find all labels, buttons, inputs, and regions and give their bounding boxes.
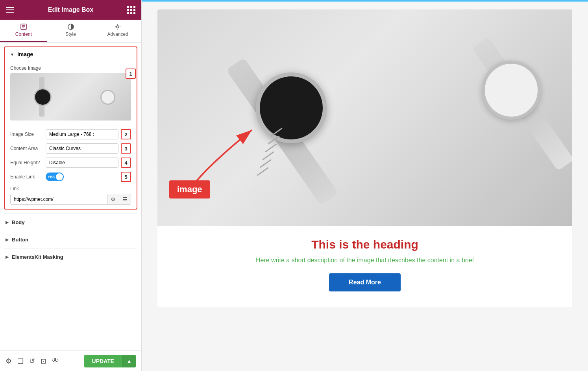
content-area-control: Classic Curves (46, 143, 118, 154)
content-tab-icon (20, 24, 27, 30)
enable-link-label: Enable Link (10, 174, 46, 180)
card-heading: This is the heading (173, 238, 557, 251)
image-size-row: Image Size Medium Large - 768 : 2 (10, 129, 131, 139)
badge-4: 4 (121, 158, 131, 168)
lg-watch-face-2 (482, 61, 541, 120)
svg-point-5 (116, 26, 119, 28)
button-section: ▶ Button (4, 231, 137, 248)
tab-style-label: Style (65, 32, 76, 37)
link-field-row: Link ⚙ ☰ (10, 186, 131, 205)
style-tab-icon (68, 24, 74, 30)
panel-content: ▼ Image Choose Image 1 (0, 43, 141, 351)
layers-icon[interactable]: ❑ (17, 357, 24, 365)
image-size-control: Medium Large - 768 : (46, 129, 118, 139)
content-area-label: Content Area (10, 146, 46, 151)
equal-height-label: Equal Height? (10, 160, 46, 165)
toggle-yes-label: YES (48, 175, 55, 179)
left-panel: Edit Image Box Content Style (0, 0, 142, 371)
tab-content-label: Content (15, 32, 32, 37)
bottom-bar: ⚙ ❑ ↺ ⊡ 👁 UPDATE ▲ (0, 351, 141, 371)
masking-arrow-icon: ▶ (6, 255, 9, 259)
content-area-row: Content Area Classic Curves 3 (10, 143, 131, 154)
card-text-area: This is the heading Here write a short d… (157, 226, 572, 307)
image-section: ▼ Image Choose Image 1 (4, 46, 137, 210)
image-section-title: Image (17, 51, 33, 58)
update-button[interactable]: UPDATE (84, 355, 122, 367)
equal-height-control: Disable (46, 158, 118, 168)
link-settings-icon[interactable]: ⚙ (107, 194, 119, 204)
settings-icon[interactable]: ⚙ (6, 357, 12, 365)
enable-link-toggle[interactable]: YES (46, 173, 64, 181)
tab-content[interactable]: Content (0, 20, 47, 42)
toggle-wrap: YES (46, 173, 118, 181)
content-area-select[interactable]: Classic Curves (46, 143, 118, 154)
image-size-label: Image Size (10, 132, 46, 137)
grid-icon[interactable] (127, 6, 135, 14)
tab-advanced-label: Advanced (107, 32, 128, 37)
badge-5: 5 (121, 172, 131, 182)
equal-height-select[interactable]: Disable (46, 158, 118, 168)
masking-section: ▶ ElementsKit Masking (4, 248, 137, 265)
image-preview[interactable] (10, 73, 131, 121)
badge-3: 3 (121, 143, 131, 154)
history-icon[interactable]: ↺ (29, 357, 35, 365)
badge-2: 2 (121, 129, 131, 139)
button-section-header[interactable]: ▶ Button (4, 231, 137, 248)
main-area: image This is the heading Here write a s… (142, 0, 588, 371)
panel-header: Edit Image Box (0, 0, 141, 20)
link-input-wrap: ⚙ ☰ (10, 194, 131, 205)
image-section-arrow: ▼ (10, 52, 14, 57)
tabs-row: Content Style Advanced (0, 20, 141, 43)
read-more-button[interactable]: Read More (329, 273, 401, 291)
card-description: Here write a short description of the im… (173, 257, 557, 264)
image-section-header[interactable]: ▼ Image (5, 47, 137, 61)
watch-preview-art (10, 73, 131, 121)
button-section-title: Button (12, 237, 28, 243)
enable-link-control: YES (46, 173, 118, 181)
image-size-select[interactable]: Medium Large - 768 : (46, 129, 118, 139)
eye-icon[interactable]: 👁 (52, 357, 59, 365)
canvas-border-top (142, 0, 588, 2)
update-btn-wrap: UPDATE ▲ (84, 355, 136, 367)
annotation-label: image (169, 180, 210, 198)
body-section-header[interactable]: ▶ Body (4, 214, 137, 231)
choose-image-wrapper: 1 (10, 73, 131, 124)
watch-face2-preview (100, 90, 115, 105)
watch-face-preview (34, 88, 52, 106)
masking-section-header[interactable]: ▶ ElementsKit Masking (4, 249, 137, 265)
watch-image-area: image (157, 9, 572, 226)
advanced-tab-icon (115, 24, 121, 30)
masking-section-title: ElementsKit Masking (12, 254, 63, 260)
body-section-title: Body (12, 219, 25, 225)
choose-image-label: Choose Image (10, 65, 131, 71)
bottom-icons: ⚙ ❑ ↺ ⊡ 👁 (6, 357, 59, 365)
equal-height-row: Equal Height? Disable 4 (10, 158, 131, 168)
update-arrow-button[interactable]: ▲ (122, 355, 136, 367)
body-arrow-icon: ▶ (6, 220, 9, 224)
responsive-icon[interactable]: ⊡ (41, 357, 46, 365)
tab-style[interactable]: Style (47, 20, 94, 42)
tab-advanced[interactable]: Advanced (94, 20, 141, 42)
image-section-body: Choose Image 1 Image Size (5, 65, 137, 205)
button-arrow-icon: ▶ (6, 237, 9, 242)
content-card: image This is the heading Here write a s… (157, 9, 572, 307)
hamburger-icon[interactable] (6, 7, 14, 13)
badge-1: 1 (126, 69, 136, 79)
enable-link-row: Enable Link YES 5 (10, 172, 131, 182)
body-section: ▶ Body (4, 213, 137, 231)
link-db-icon[interactable]: ☰ (119, 194, 131, 204)
link-label: Link (10, 186, 131, 191)
link-input[interactable] (11, 194, 107, 204)
panel-title: Edit Image Box (48, 6, 94, 13)
